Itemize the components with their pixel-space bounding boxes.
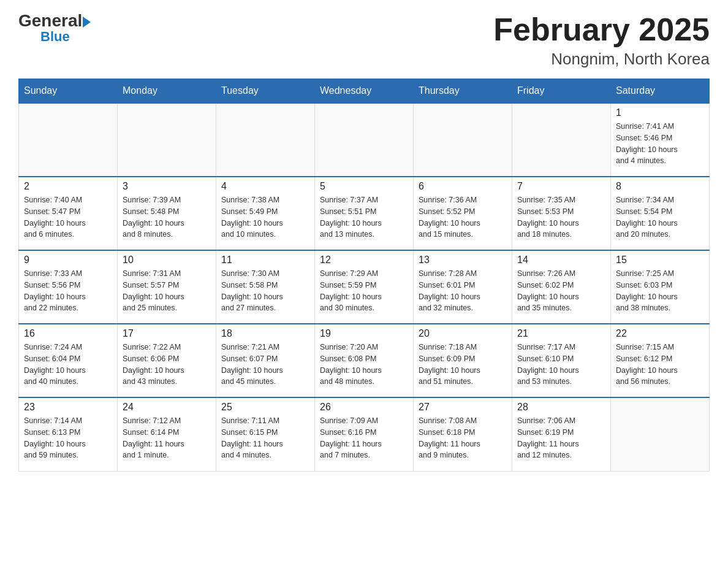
day-info: Sunrise: 7:09 AM Sunset: 6:16 PM Dayligh… (320, 415, 408, 461)
weekday-header-wednesday: Wednesday (315, 79, 414, 104)
calendar-cell: 17Sunrise: 7:22 AM Sunset: 6:06 PM Dayli… (118, 324, 216, 397)
calendar-cell (118, 103, 216, 177)
day-number: 28 (517, 402, 605, 413)
day-info: Sunrise: 7:25 AM Sunset: 6:03 PM Dayligh… (616, 268, 704, 314)
day-number: 21 (517, 328, 605, 339)
calendar-cell (512, 103, 611, 177)
weekday-header-sunday: Sunday (19, 79, 118, 104)
day-info: Sunrise: 7:34 AM Sunset: 5:54 PM Dayligh… (616, 194, 704, 240)
calendar-cell: 4Sunrise: 7:38 AM Sunset: 5:49 PM Daylig… (216, 177, 315, 250)
calendar-cell: 26Sunrise: 7:09 AM Sunset: 6:16 PM Dayli… (315, 397, 414, 471)
calendar-body: 1Sunrise: 7:41 AM Sunset: 5:46 PM Daylig… (19, 103, 710, 471)
location-title: Nongnim, North Korea (493, 50, 710, 69)
calendar-week-row: 23Sunrise: 7:14 AM Sunset: 6:13 PM Dayli… (19, 397, 710, 471)
weekday-header-friday: Friday (512, 79, 611, 104)
day-info: Sunrise: 7:18 AM Sunset: 6:09 PM Dayligh… (419, 342, 507, 388)
calendar-header: SundayMondayTuesdayWednesdayThursdayFrid… (19, 79, 710, 104)
calendar-cell: 3Sunrise: 7:39 AM Sunset: 5:48 PM Daylig… (118, 177, 216, 250)
calendar-week-row: 9Sunrise: 7:33 AM Sunset: 5:56 PM Daylig… (19, 250, 710, 324)
day-number: 23 (24, 402, 112, 413)
calendar-cell (315, 103, 414, 177)
calendar-cell (414, 103, 512, 177)
day-info: Sunrise: 7:15 AM Sunset: 6:12 PM Dayligh… (616, 342, 704, 388)
weekday-header-saturday: Saturday (611, 79, 710, 104)
calendar-cell: 9Sunrise: 7:33 AM Sunset: 5:56 PM Daylig… (19, 250, 118, 324)
day-number: 4 (221, 181, 309, 192)
logo: General Blue (18, 12, 91, 44)
calendar-cell: 2Sunrise: 7:40 AM Sunset: 5:47 PM Daylig… (19, 177, 118, 250)
logo-general-text: General (18, 12, 91, 29)
day-number: 6 (419, 181, 507, 192)
calendar-cell (611, 397, 710, 471)
calendar-cell: 8Sunrise: 7:34 AM Sunset: 5:54 PM Daylig… (611, 177, 710, 250)
day-number: 9 (24, 255, 112, 266)
day-number: 7 (517, 181, 605, 192)
day-info: Sunrise: 7:40 AM Sunset: 5:47 PM Dayligh… (24, 194, 112, 240)
weekday-header-row: SundayMondayTuesdayWednesdayThursdayFrid… (19, 79, 710, 104)
calendar-cell: 16Sunrise: 7:24 AM Sunset: 6:04 PM Dayli… (19, 324, 118, 397)
day-number: 10 (123, 255, 211, 266)
calendar-cell: 23Sunrise: 7:14 AM Sunset: 6:13 PM Dayli… (19, 397, 118, 471)
day-info: Sunrise: 7:33 AM Sunset: 5:56 PM Dayligh… (24, 268, 112, 314)
title-section: February 2025 Nongnim, North Korea (493, 12, 710, 69)
calendar-cell: 19Sunrise: 7:20 AM Sunset: 6:08 PM Dayli… (315, 324, 414, 397)
calendar-cell: 10Sunrise: 7:31 AM Sunset: 5:57 PM Dayli… (118, 250, 216, 324)
day-info: Sunrise: 7:31 AM Sunset: 5:57 PM Dayligh… (123, 268, 211, 314)
day-info: Sunrise: 7:35 AM Sunset: 5:53 PM Dayligh… (517, 194, 605, 240)
calendar-week-row: 2Sunrise: 7:40 AM Sunset: 5:47 PM Daylig… (19, 177, 710, 250)
day-number: 8 (616, 181, 704, 192)
calendar-cell: 5Sunrise: 7:37 AM Sunset: 5:51 PM Daylig… (315, 177, 414, 250)
calendar-week-row: 1Sunrise: 7:41 AM Sunset: 5:46 PM Daylig… (19, 103, 710, 177)
day-info: Sunrise: 7:28 AM Sunset: 6:01 PM Dayligh… (419, 268, 507, 314)
day-info: Sunrise: 7:17 AM Sunset: 6:10 PM Dayligh… (517, 342, 605, 388)
calendar-cell: 6Sunrise: 7:36 AM Sunset: 5:52 PM Daylig… (414, 177, 512, 250)
day-number: 26 (320, 402, 408, 413)
day-info: Sunrise: 7:06 AM Sunset: 6:19 PM Dayligh… (517, 415, 605, 461)
day-info: Sunrise: 7:30 AM Sunset: 5:58 PM Dayligh… (221, 268, 309, 314)
calendar-cell (216, 103, 315, 177)
day-number: 11 (221, 255, 309, 266)
day-info: Sunrise: 7:26 AM Sunset: 6:02 PM Dayligh… (517, 268, 605, 314)
calendar-cell: 1Sunrise: 7:41 AM Sunset: 5:46 PM Daylig… (611, 103, 710, 177)
calendar-cell: 27Sunrise: 7:08 AM Sunset: 6:18 PM Dayli… (414, 397, 512, 471)
day-info: Sunrise: 7:24 AM Sunset: 6:04 PM Dayligh… (24, 342, 112, 388)
day-number: 13 (419, 255, 507, 266)
day-number: 27 (419, 402, 507, 413)
calendar-cell: 22Sunrise: 7:15 AM Sunset: 6:12 PM Dayli… (611, 324, 710, 397)
day-info: Sunrise: 7:39 AM Sunset: 5:48 PM Dayligh… (123, 194, 211, 240)
day-info: Sunrise: 7:22 AM Sunset: 6:06 PM Dayligh… (123, 342, 211, 388)
calendar-cell: 20Sunrise: 7:18 AM Sunset: 6:09 PM Dayli… (414, 324, 512, 397)
day-number: 5 (320, 181, 408, 192)
day-number: 17 (123, 328, 211, 339)
calendar-week-row: 16Sunrise: 7:24 AM Sunset: 6:04 PM Dayli… (19, 324, 710, 397)
day-info: Sunrise: 7:12 AM Sunset: 6:14 PM Dayligh… (123, 415, 211, 461)
calendar-cell: 21Sunrise: 7:17 AM Sunset: 6:10 PM Dayli… (512, 324, 611, 397)
day-info: Sunrise: 7:20 AM Sunset: 6:08 PM Dayligh… (320, 342, 408, 388)
day-number: 15 (616, 255, 704, 266)
weekday-header-monday: Monday (118, 79, 216, 104)
day-number: 14 (517, 255, 605, 266)
day-number: 22 (616, 328, 704, 339)
calendar-cell: 7Sunrise: 7:35 AM Sunset: 5:53 PM Daylig… (512, 177, 611, 250)
day-info: Sunrise: 7:36 AM Sunset: 5:52 PM Dayligh… (419, 194, 507, 240)
day-number: 19 (320, 328, 408, 339)
calendar-cell: 13Sunrise: 7:28 AM Sunset: 6:01 PM Dayli… (414, 250, 512, 324)
day-number: 1 (616, 107, 704, 118)
calendar-cell: 12Sunrise: 7:29 AM Sunset: 5:59 PM Dayli… (315, 250, 414, 324)
day-number: 2 (24, 181, 112, 192)
logo-triangle-icon (83, 17, 91, 28)
day-number: 18 (221, 328, 309, 339)
weekday-header-thursday: Thursday (414, 79, 512, 104)
day-number: 16 (24, 328, 112, 339)
day-info: Sunrise: 7:14 AM Sunset: 6:13 PM Dayligh… (24, 415, 112, 461)
calendar-cell (19, 103, 118, 177)
day-info: Sunrise: 7:21 AM Sunset: 6:07 PM Dayligh… (221, 342, 309, 388)
day-number: 3 (123, 181, 211, 192)
month-title: February 2025 (493, 12, 710, 47)
day-info: Sunrise: 7:08 AM Sunset: 6:18 PM Dayligh… (419, 415, 507, 461)
calendar-table: SundayMondayTuesdayWednesdayThursdayFrid… (18, 79, 710, 472)
day-number: 12 (320, 255, 408, 266)
calendar-cell: 28Sunrise: 7:06 AM Sunset: 6:19 PM Dayli… (512, 397, 611, 471)
calendar-cell: 18Sunrise: 7:21 AM Sunset: 6:07 PM Dayli… (216, 324, 315, 397)
day-number: 25 (221, 402, 309, 413)
